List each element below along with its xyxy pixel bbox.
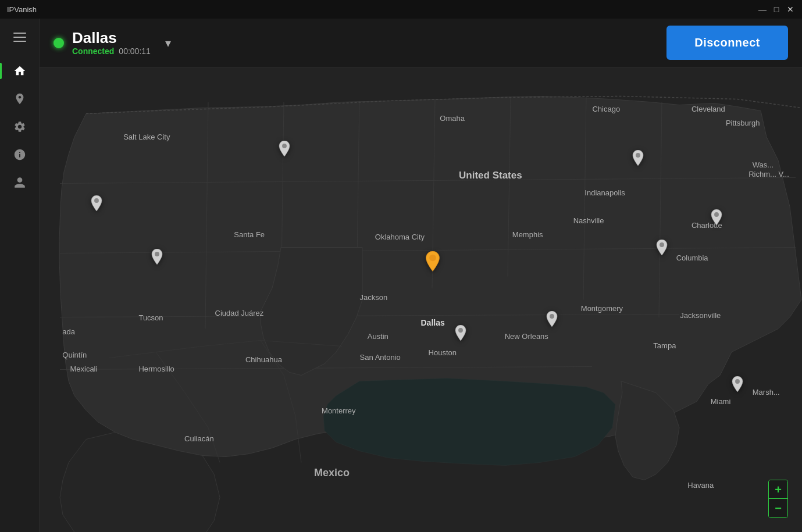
map-pin-houston[interactable]: [452, 325, 469, 348]
map-pin-miami[interactable]: [729, 376, 746, 399]
header-left: Dallas Connected 00:00:11 ▾: [54, 30, 666, 56]
map-container: Chicago Cleveland Omaha Pittsburgh Salt …: [40, 67, 802, 532]
connection-header: Dallas Connected 00:00:11 ▾ Disconnect: [40, 19, 802, 67]
disconnect-button[interactable]: Disconnect: [666, 26, 788, 60]
svg-point-20: [550, 314, 554, 319]
svg-point-19: [458, 328, 463, 333]
svg-point-13: [636, 153, 640, 158]
app-title: IPVanish: [7, 5, 37, 14]
svg-point-12: [282, 144, 287, 148]
home-icon: [13, 65, 26, 77]
close-button[interactable]: ✕: [786, 5, 795, 14]
location-icon: [13, 92, 26, 105]
sidebar-nav: [7, 58, 33, 525]
sidebar: [0, 19, 40, 532]
map-pin-atlanta[interactable]: [654, 240, 670, 263]
sidebar-item-info[interactable]: [7, 142, 33, 167]
maximize-button[interactable]: □: [772, 5, 781, 14]
svg-point-15: [714, 212, 719, 217]
settings-icon: [13, 120, 26, 133]
zoom-controls: + −: [768, 480, 788, 518]
info-icon: [13, 148, 26, 161]
zoom-out-button[interactable]: −: [769, 499, 787, 517]
map-pin-new-orleans[interactable]: [544, 311, 560, 334]
sidebar-item-location[interactable]: [7, 86, 33, 112]
map-pin-indianapolis[interactable]: [630, 150, 646, 173]
svg-point-16: [660, 242, 664, 247]
hamburger-menu[interactable]: [8, 26, 31, 49]
account-icon: [13, 176, 26, 189]
connection-status-indicator: [54, 38, 64, 48]
connection-status-text: Connected: [72, 47, 114, 56]
location-dropdown-button[interactable]: ▾: [159, 34, 177, 52]
titlebar: IPVanish — □ ✕: [0, 0, 802, 19]
map-pin-phoenix[interactable]: [149, 249, 165, 272]
hamburger-line-2: [13, 37, 26, 38]
window-controls: — □ ✕: [758, 5, 795, 14]
svg-point-21: [735, 379, 740, 384]
connection-status-row: Connected 00:00:11: [72, 47, 151, 56]
sidebar-item-home[interactable]: [7, 58, 33, 84]
hamburger-line-1: [13, 33, 26, 34]
sidebar-item-account[interactable]: [7, 170, 33, 195]
connection-timer: 00:00:11: [119, 47, 151, 56]
svg-point-18: [430, 255, 437, 262]
connected-city: Dallas: [72, 30, 151, 47]
map-svg: [40, 67, 802, 532]
connection-info: Dallas Connected 00:00:11: [72, 30, 151, 56]
map-pin-las-vegas[interactable]: [88, 195, 105, 219]
svg-point-14: [94, 198, 99, 203]
main-content: Dallas Connected 00:00:11 ▾ Disconnect: [40, 19, 802, 532]
sidebar-item-settings[interactable]: [7, 114, 33, 140]
hamburger-line-3: [13, 41, 26, 42]
zoom-in-button[interactable]: +: [769, 480, 787, 499]
map-pin-charlotte[interactable]: [708, 209, 725, 233]
minimize-button[interactable]: —: [758, 5, 767, 14]
svg-point-17: [155, 252, 159, 256]
app-container: Dallas Connected 00:00:11 ▾ Disconnect: [0, 19, 802, 532]
map-pin-denver[interactable]: [276, 141, 293, 164]
map-pin-dallas[interactable]: [422, 251, 443, 280]
